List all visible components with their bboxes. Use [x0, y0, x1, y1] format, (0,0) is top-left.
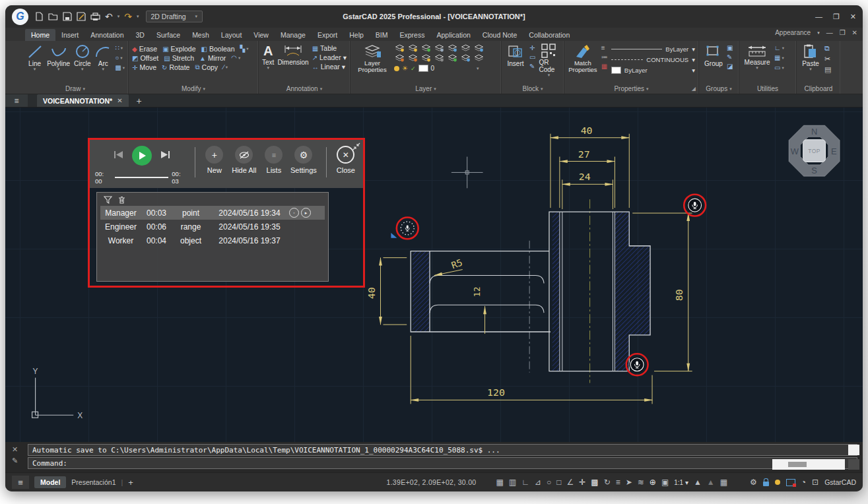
new-annotation-button[interactable]: + New: [201, 146, 228, 174]
layer-state-icon[interactable]: [473, 54, 484, 62]
linear-button[interactable]: ↔Linear▾: [312, 63, 347, 71]
annotation-row[interactable]: Engineer 00:06 range 2024/05/16 19:35: [100, 220, 325, 234]
boolean-button[interactable]: ◧Boolean: [201, 45, 235, 53]
properties-monitor-icon[interactable]: ▣: [661, 478, 669, 487]
minimize-button[interactable]: —: [815, 13, 822, 20]
delete-icon[interactable]: [118, 195, 125, 206]
snap-grid-icon[interactable]: ▩: [591, 478, 598, 487]
tab-cloud-note[interactable]: Cloud Note: [477, 29, 523, 41]
play-annotation-icon[interactable]: ▸: [301, 208, 311, 218]
color-list-icon[interactable]: ▦: [601, 63, 608, 70]
document-tab[interactable]: VOICEANNOTATION* ✕: [37, 94, 129, 107]
tab-collaboration[interactable]: Collaboration: [523, 29, 576, 41]
layer-state-icon[interactable]: [460, 54, 471, 62]
voice-marker-bottom[interactable]: [626, 354, 648, 375]
block-edit-icon[interactable]: ▭: [529, 53, 535, 61]
linetype-list-icon[interactable]: ≔: [601, 53, 608, 61]
layer-state-icon[interactable]: [420, 44, 432, 52]
command-scroll-button[interactable]: [848, 445, 859, 455]
point-tools-button[interactable]: ∷▾: [115, 44, 125, 52]
lineweight-display-icon[interactable]: ≡: [616, 478, 620, 487]
group-select-icon[interactable]: ◪: [727, 63, 733, 70]
panel-modify-label[interactable]: Modify▾: [129, 84, 258, 94]
layer-state-icon[interactable]: [420, 54, 432, 62]
performance-gauge-icon[interactable]: ◔: [801, 478, 806, 487]
dimension-button[interactable]: Dimension: [277, 44, 308, 66]
tab-manage[interactable]: Manage: [275, 29, 312, 41]
grid-display-icon[interactable]: ▦: [496, 478, 503, 487]
undo-caret-icon[interactable]: ▾: [117, 14, 120, 19]
tab-mesh[interactable]: Mesh: [186, 29, 215, 41]
rotate-snap-icon[interactable]: ↻: [604, 478, 611, 487]
lists-button[interactable]: ≡ Lists: [261, 146, 287, 174]
app-logo-icon[interactable]: G: [12, 9, 28, 25]
copy-button[interactable]: ⧉Copy: [195, 63, 218, 71]
panel-draw-label[interactable]: Draw▾: [22, 84, 128, 94]
progress-track[interactable]: [115, 177, 168, 178]
skip-previous-icon[interactable]: [114, 150, 123, 162]
layer-state-icon[interactable]: [394, 54, 405, 62]
layer-state-icon[interactable]: [473, 44, 484, 52]
doc-minimize-button[interactable]: —: [826, 29, 833, 36]
autoscale-icon[interactable]: ▲: [707, 478, 715, 487]
erase-button[interactable]: ◆Erase: [132, 45, 157, 53]
ungroup-icon[interactable]: ✎: [727, 53, 733, 61]
save-icon[interactable]: [63, 12, 72, 21]
lineweight-dropdown[interactable]: ByLayer▾: [611, 45, 695, 53]
ellipse-tools-button[interactable]: ○▾: [115, 54, 125, 62]
explode-button[interactable]: ▣Explode: [162, 45, 195, 53]
color-dropdown[interactable]: ByLayer▾: [611, 66, 695, 75]
linetype-dropdown[interactable]: CONTINUOUS▾: [611, 55, 695, 64]
file-tabs-menu-icon[interactable]: ≡: [5, 94, 28, 107]
dynamic-input-icon[interactable]: ∟: [521, 478, 529, 487]
circle-button[interactable]: Circle▾: [73, 44, 91, 71]
add-layout-button[interactable]: +: [128, 478, 133, 488]
open-folder-icon[interactable]: [48, 12, 58, 21]
clean-screen-monitor-icon[interactable]: [786, 479, 795, 486]
stretch-button[interactable]: ▤Stretch: [164, 54, 194, 62]
panel-groups-label[interactable]: Groups▾: [699, 84, 739, 94]
new-file-icon[interactable]: [35, 12, 44, 21]
fullscreen-icon[interactable]: ⊡: [812, 478, 818, 487]
layer-state-icon[interactable]: [394, 44, 405, 52]
annotation-row[interactable]: Manager 00:03 point 2024/05/16 19:34 ◦ ▸: [100, 206, 325, 220]
properties-dialog-launcher-icon[interactable]: ◢: [692, 86, 696, 92]
hardware-accel-bulb-icon[interactable]: [775, 480, 780, 485]
mirror-button[interactable]: ▲Mirror: [199, 54, 226, 62]
tab-insert[interactable]: Insert: [55, 29, 84, 41]
voice-marker-top-right[interactable]: [684, 195, 706, 216]
appearance-menu[interactable]: Appearance: [775, 29, 811, 36]
hatch-tools-button[interactable]: ▩▾: [115, 64, 125, 72]
panel-clipboard-label[interactable]: Clipboard: [797, 84, 840, 94]
annotation-scale[interactable]: 1:1 ▾: [674, 479, 688, 486]
redo-caret-icon[interactable]: ▾: [137, 14, 139, 19]
command-scrollbar[interactable]: [772, 459, 845, 470]
group-edit-icon[interactable]: ▣: [727, 44, 733, 51]
settings-button[interactable]: ⚙ Settings: [287, 146, 320, 174]
paste-button[interactable]: Paste▾: [800, 44, 821, 71]
isodraft-icon[interactable]: □: [556, 478, 561, 487]
doc-close-button[interactable]: ✕: [852, 29, 857, 36]
new-document-tab-button[interactable]: +: [137, 96, 142, 106]
qr-code-button[interactable]: QR Code▾: [539, 44, 558, 77]
workspace-selector[interactable]: 2D Drafting ▾: [146, 11, 203, 22]
doc-restore-button[interactable]: ❐: [840, 29, 846, 36]
id-point-button[interactable]: ∟▾: [774, 44, 784, 52]
array-button[interactable]: ▚▾: [240, 45, 249, 53]
layer-state-icon[interactable]: [447, 54, 458, 62]
object-snap-icon[interactable]: ✛: [579, 478, 585, 487]
layer-state-icon[interactable]: [434, 54, 445, 62]
transparency-icon[interactable]: ≋: [638, 478, 644, 487]
document-tab-close-icon[interactable]: ✕: [117, 97, 122, 104]
leader-button[interactable]: ↗Leader▾: [312, 53, 347, 61]
command-scrollbar-thumb[interactable]: [788, 462, 807, 467]
tab-annotation[interactable]: Annotation: [84, 29, 129, 41]
match-properties-button[interactable]: Match Properties: [568, 44, 598, 74]
panel-annotation-label[interactable]: Annotation▾: [259, 84, 350, 94]
undo-icon[interactable]: ↶: [105, 12, 113, 21]
quick-calc-button[interactable]: ▦▾: [774, 54, 784, 62]
layer-state-icon[interactable]: [407, 44, 418, 52]
settings-gear-icon[interactable]: ⚙: [750, 478, 757, 487]
locate-annotation-icon[interactable]: ◦: [289, 208, 299, 218]
tab-home[interactable]: Home: [25, 29, 55, 41]
